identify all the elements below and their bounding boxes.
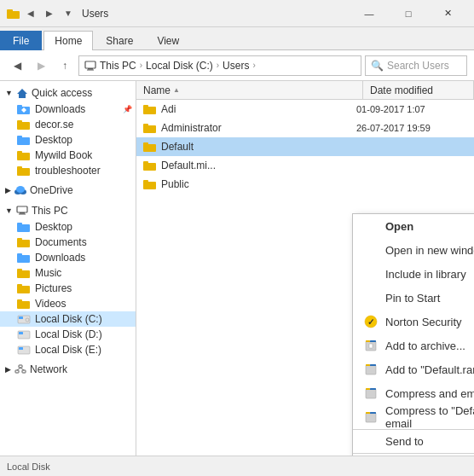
- ctx-open-new-window[interactable]: Open in new window: [353, 238, 474, 262]
- sidebar-item-music[interactable]: Music: [0, 265, 136, 281]
- file-row-default[interactable]: Default: [136, 137, 474, 156]
- sidebar-troubleshooter-label: troubleshooter: [35, 165, 101, 177]
- svg-rect-30: [17, 269, 22, 272]
- search-icon: 🔍: [371, 60, 384, 72]
- sidebar-item-videos[interactable]: Videos: [0, 296, 136, 311]
- tab-file[interactable]: File: [0, 31, 42, 50]
- sidebar-item-desktop[interactable]: Desktop: [0, 132, 136, 148]
- svg-rect-7: [17, 105, 22, 108]
- archive-icon-svg: [365, 340, 377, 352]
- pin-icon: 📌: [123, 105, 132, 113]
- back-button[interactable]: ◀: [7, 55, 27, 76]
- sidebar-item-downloads[interactable]: Downloads 📌: [0, 102, 136, 117]
- file-row-adi[interactable]: Adi 01-09-2017 1:07: [136, 100, 474, 119]
- sidebar-item-localdisk-e[interactable]: Local Disk (E:): [0, 342, 136, 357]
- svg-rect-22: [19, 214, 26, 215]
- tab-home[interactable]: Home: [43, 31, 93, 50]
- sidebar-item-documents[interactable]: Documents: [0, 235, 136, 250]
- sidebar-item-mywyldbook[interactable]: Mywild Book: [0, 148, 136, 163]
- file-row-defaultmi[interactable]: Default.mi...: [136, 156, 474, 175]
- ctx-compress-email-icon: [363, 386, 379, 401]
- quick-access-back[interactable]: ◀: [22, 5, 39, 22]
- up-button[interactable]: ↑: [55, 55, 75, 76]
- svg-rect-50: [143, 124, 148, 127]
- path-segment-users[interactable]: Users: [223, 60, 249, 72]
- ctx-norton-icon: ✓: [363, 314, 379, 329]
- ctx-compress-rar-email-label: Compress to "Default.rar" and email: [385, 404, 474, 430]
- sidebar-pictures-label: Pictures: [35, 282, 72, 294]
- sidebar-pc-downloads-label: Downloads: [35, 252, 85, 264]
- ctx-compress-rar-email[interactable]: Compress to "Default.rar" and email: [353, 405, 474, 429]
- sidebar-thispc-header[interactable]: ▼ This PC: [0, 202, 136, 219]
- ctx-add-archive[interactable]: Add to archive...: [353, 334, 474, 357]
- ctx-add-rar-icon: [363, 362, 379, 377]
- public-folder-icon: [143, 179, 157, 190]
- network-icon: [14, 364, 26, 374]
- svg-rect-61: [370, 340, 376, 342]
- svg-rect-67: [366, 388, 370, 390]
- ctx-norton-label: Norton Security: [385, 316, 474, 328]
- ctx-compress-email[interactable]: Compress and email...: [353, 381, 474, 405]
- quick-access-icon: [16, 88, 28, 99]
- ctx-cut[interactable]: Cut: [353, 453, 474, 456]
- sidebar: ▼ Quick access Downloads 📌 decor.se: [0, 81, 136, 456]
- path-segment-thispc[interactable]: This PC: [100, 60, 136, 72]
- sidebar-network-header[interactable]: ▶ Network: [0, 361, 136, 378]
- title-bar: ◀ ▶ ▼ Users — □ ✕: [0, 0, 474, 27]
- sidebar-item-decorse[interactable]: decor.se: [0, 117, 136, 132]
- sidebar-quick-access-header[interactable]: ▼ Quick access: [0, 84, 136, 102]
- sidebar-item-troubleshooter[interactable]: troubleshooter: [0, 163, 136, 178]
- sidebar-item-pc-downloads[interactable]: Downloads: [0, 250, 136, 265]
- sidebar-item-pc-desktop[interactable]: Desktop: [0, 219, 136, 235]
- chevron-right-icon2: ▶: [5, 365, 11, 374]
- minimize-button[interactable]: —: [350, 0, 389, 27]
- file-row-administrator[interactable]: Administrator 26-07-2017 19:59: [136, 119, 474, 137]
- svg-rect-12: [17, 136, 22, 139]
- maximize-button[interactable]: □: [389, 0, 428, 27]
- main-content: ▼ Quick access Downloads 📌 decor.se: [0, 81, 474, 456]
- default-folder-icon: [143, 142, 157, 153]
- ctx-open[interactable]: Open: [353, 214, 474, 238]
- file-row-public[interactable]: Public: [136, 175, 474, 194]
- svg-rect-42: [19, 365, 22, 368]
- quick-access-dropdown[interactable]: ▼: [60, 5, 77, 22]
- col-name-header[interactable]: Name ▲: [136, 81, 363, 99]
- svg-rect-44: [22, 370, 26, 373]
- sidebar-downloads-label: Downloads: [35, 103, 85, 115]
- svg-rect-4: [87, 69, 94, 70]
- sidebar-onedrive-header[interactable]: ▶ OneDrive: [0, 182, 136, 199]
- sidebar-item-pictures[interactable]: Pictures: [0, 281, 136, 296]
- address-path[interactable]: This PC › Local Disk (C:) › Users ›: [78, 55, 361, 76]
- titlebar-quick-access: ◀ ▶ ▼: [7, 5, 77, 22]
- compress-email-icon: [365, 387, 377, 400]
- norton-icon-svg: ✓: [364, 315, 378, 328]
- window-controls: — □ ✕: [350, 0, 467, 27]
- ctx-compress-rar-icon: [363, 409, 379, 425]
- quick-access-forward[interactable]: ▶: [41, 5, 58, 22]
- col-date-header[interactable]: Date modified: [363, 81, 474, 99]
- ctx-pin-label: Pin to Start: [385, 292, 474, 305]
- tab-view[interactable]: View: [146, 31, 190, 50]
- svg-rect-32: [17, 284, 22, 287]
- svg-rect-20: [17, 206, 27, 212]
- localdisk-e-icon: [17, 345, 31, 356]
- ctx-send-to[interactable]: Send to ►: [353, 429, 474, 453]
- search-box[interactable]: 🔍 Search Users: [365, 55, 467, 76]
- tab-share[interactable]: Share: [95, 31, 144, 50]
- ctx-include-library[interactable]: Include in library ►: [353, 262, 474, 286]
- chevron-right-icon: ▶: [5, 186, 11, 194]
- forward-button[interactable]: ▶: [31, 55, 51, 76]
- ctx-pin-start[interactable]: Pin to Start: [353, 286, 474, 310]
- file-cell-admin-date: 26-07-2017 19:59: [356, 123, 467, 133]
- mywyldbook-folder-icon: [17, 150, 31, 161]
- svg-rect-71: [370, 412, 376, 414]
- path-segment-localdisk[interactable]: Local Disk (C:): [146, 60, 213, 72]
- ctx-add-default-rar[interactable]: Add to "Default.rar": [353, 357, 474, 381]
- ctx-norton[interactable]: ✓ Norton Security ►: [353, 310, 474, 334]
- svg-rect-16: [17, 166, 22, 170]
- sidebar-item-localdisk-d[interactable]: Local Disk (D:): [0, 327, 136, 342]
- close-button[interactable]: ✕: [428, 0, 467, 27]
- svg-rect-56: [143, 180, 148, 183]
- sidebar-item-localdisk-c[interactable]: Local Disk (C:): [0, 311, 136, 327]
- svg-marker-5: [17, 89, 27, 98]
